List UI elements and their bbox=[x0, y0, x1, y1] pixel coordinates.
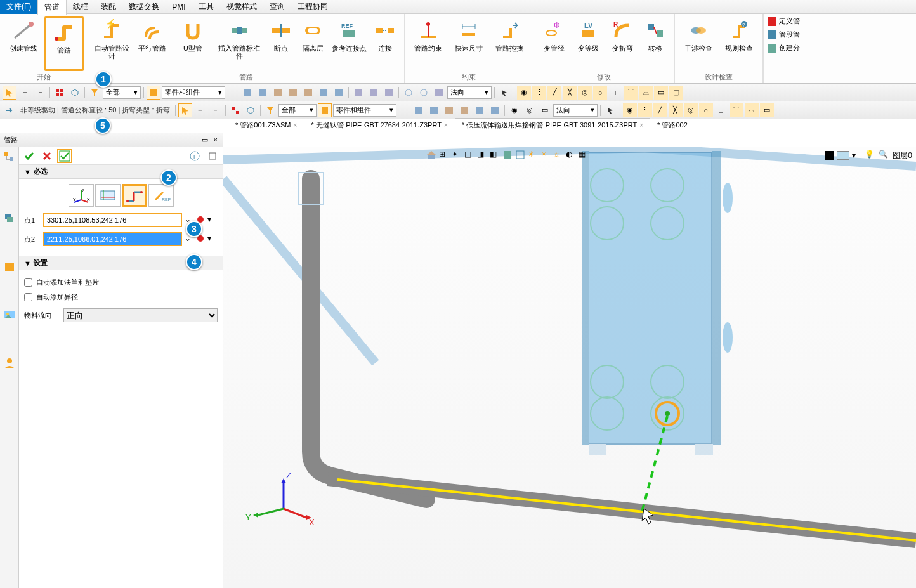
side-create-branch[interactable]: 创建分 bbox=[766, 42, 801, 54]
fb-combo-normal[interactable]: 法向▾ bbox=[447, 86, 492, 99]
snap2-10[interactable]: ▭ bbox=[760, 103, 774, 117]
change-dia-button[interactable]: Φ变管径 bbox=[537, 16, 570, 71]
vp-home-icon[interactable] bbox=[426, 150, 438, 161]
snap-5[interactable]: ◎ bbox=[578, 86, 592, 100]
snap-10[interactable]: ▭ bbox=[654, 86, 668, 100]
menu-tab-visual[interactable]: 视觉样式 bbox=[220, 0, 263, 14]
check-reducer-row[interactable]: 自动添加异径 bbox=[24, 290, 218, 304]
fb-grid-icon[interactable] bbox=[53, 86, 67, 100]
check-reducer[interactable] bbox=[24, 293, 32, 301]
fb-cube-icon[interactable] bbox=[147, 86, 160, 100]
fb2-i2[interactable] bbox=[427, 103, 441, 117]
fb2-filter[interactable] bbox=[263, 103, 277, 117]
fb2-i3[interactable] bbox=[442, 103, 456, 117]
menu-file[interactable]: 文件(F) bbox=[0, 0, 37, 14]
side-layers-icon[interactable] bbox=[3, 212, 16, 225]
insert-std-button[interactable]: 插入管路标准件 bbox=[214, 16, 265, 71]
route-constraint-button[interactable]: 管路约束 bbox=[409, 16, 448, 71]
menu-tab-wireframe[interactable]: 线框 bbox=[67, 0, 95, 14]
fb-i6[interactable] bbox=[317, 86, 330, 100]
vp-view3[interactable]: ◧ bbox=[490, 150, 501, 161]
snap-1[interactable]: ◉ bbox=[517, 86, 531, 100]
snap-6[interactable]: ○ bbox=[593, 86, 607, 100]
fb2-grid[interactable] bbox=[228, 103, 242, 117]
fb-i3[interactable] bbox=[271, 86, 285, 100]
vp-sun2[interactable]: ☀ bbox=[540, 150, 552, 161]
panel-minimize-icon[interactable]: ▭ bbox=[200, 136, 210, 143]
close-icon[interactable]: × bbox=[444, 122, 448, 129]
snap2-9[interactable]: ⌓ bbox=[745, 103, 759, 117]
snap-7[interactable]: ⟂ bbox=[608, 86, 622, 100]
fb2-minus[interactable]: － bbox=[209, 103, 223, 117]
fb2-cursor[interactable] bbox=[603, 103, 617, 117]
snap2-5[interactable]: ◎ bbox=[684, 103, 698, 117]
change-bend-button[interactable]: R变折弯 bbox=[606, 16, 639, 71]
tab-1[interactable]: * 管路001.Z3ASM× bbox=[228, 118, 304, 133]
vp-sun3[interactable]: ☼ bbox=[553, 150, 565, 161]
menu-tab-exchange[interactable]: 数据交换 bbox=[122, 0, 166, 14]
menu-tab-tools[interactable]: 工具 bbox=[192, 0, 220, 14]
rule-check-button[interactable]: ?规则检查 bbox=[719, 16, 759, 71]
check-flange[interactable] bbox=[24, 278, 32, 287]
fb-cursor-icon[interactable] bbox=[497, 86, 511, 100]
mode-xyz-button[interactable]: ZXY bbox=[69, 184, 94, 207]
ref-connect-button[interactable]: REF参考连接点 bbox=[329, 16, 369, 71]
fb-combo-parts[interactable]: 零件和组件▾ bbox=[162, 86, 225, 99]
close-icon[interactable]: × bbox=[639, 122, 643, 129]
fb2-i6[interactable] bbox=[488, 103, 502, 117]
menu-tab-pmi[interactable]: PMI bbox=[166, 1, 192, 13]
fb-i13[interactable] bbox=[432, 86, 446, 100]
fb2-combo-normal[interactable]: 法向▾ bbox=[553, 104, 598, 117]
expand-button[interactable] bbox=[205, 149, 220, 163]
point2-input[interactable] bbox=[43, 232, 182, 246]
fb-i7[interactable] bbox=[332, 86, 346, 100]
info-button[interactable]: i bbox=[187, 149, 202, 163]
snap-3[interactable]: ╱ bbox=[547, 86, 561, 100]
fb2-i7[interactable]: ◉ bbox=[507, 103, 521, 117]
snap-11[interactable]: ▢ bbox=[669, 86, 683, 100]
fb-combo-all[interactable]: 全部▾ bbox=[103, 86, 141, 99]
fb-plus-icon[interactable]: ＋ bbox=[18, 86, 32, 100]
menu-tab-pipe[interactable]: 管道 bbox=[37, 0, 67, 15]
fb-i12[interactable] bbox=[417, 86, 431, 100]
tab-2[interactable]: * 无缝钛管-PIPE-GBT 27684-2011.Z3PRT× bbox=[304, 118, 454, 133]
fb2-arrow-icon[interactable] bbox=[3, 103, 16, 117]
fb-i1[interactable] bbox=[240, 86, 254, 100]
flow-dir-select[interactable]: 正向 bbox=[63, 308, 218, 322]
side-segment-pipe[interactable]: 管段管 bbox=[766, 29, 801, 41]
snap2-1[interactable]: ◉ bbox=[623, 103, 637, 117]
side-tree-icon[interactable] bbox=[3, 151, 16, 164]
menu-tab-query[interactable]: 查询 bbox=[263, 0, 291, 14]
mode-plane-button[interactable] bbox=[95, 184, 121, 207]
route-drag-button[interactable]: 管路拖拽 bbox=[490, 16, 529, 71]
check-flange-row[interactable]: 自动添加法兰和垫片 bbox=[24, 275, 218, 290]
vp-wire-icon[interactable] bbox=[515, 150, 527, 161]
auto-route-button[interactable]: ⚡自动管路设计 bbox=[92, 16, 131, 71]
snap-4[interactable]: ╳ bbox=[563, 86, 577, 100]
fb2-hex[interactable] bbox=[244, 103, 258, 117]
fb2-i4[interactable] bbox=[457, 103, 471, 117]
vp-shade-icon[interactable] bbox=[502, 150, 514, 161]
route-button[interactable]: 管路 bbox=[44, 16, 84, 71]
dropdown-icon[interactable]: ▾ bbox=[207, 234, 218, 244]
fb-hex-icon[interactable] bbox=[68, 86, 82, 100]
tab-3[interactable]: * 低压流体输送用焊接钢管-PIPE-GBT 3091-2015.Z3PRT× bbox=[455, 118, 650, 133]
viewport-3d[interactable]: ⊞ ✦ ◫ ◨ ◧ ☀ ☀ ☼ ◐ ▦ ▾ 💡 🔍 图层0 bbox=[223, 147, 916, 588]
interference-button[interactable]: 干涉检查 bbox=[679, 16, 718, 71]
fb-minus-icon[interactable]: － bbox=[33, 86, 47, 100]
ok-button[interactable] bbox=[22, 149, 37, 163]
fb-i8[interactable] bbox=[351, 86, 365, 100]
mode-two-point-button[interactable] bbox=[122, 184, 147, 207]
snap2-6[interactable]: ○ bbox=[699, 103, 713, 117]
fb-i9[interactable] bbox=[367, 86, 381, 100]
change-grade-button[interactable]: LV变等级 bbox=[572, 16, 605, 71]
cancel-button[interactable] bbox=[39, 149, 55, 163]
parallel-route-button[interactable]: 平行管路 bbox=[133, 16, 172, 71]
point1-input[interactable] bbox=[43, 213, 182, 227]
fb-i10[interactable] bbox=[382, 86, 396, 100]
snap2-7[interactable]: ⟂ bbox=[714, 103, 728, 117]
fb-filter-icon[interactable] bbox=[88, 86, 101, 100]
connect-button[interactable]: 连接 bbox=[370, 16, 400, 71]
u-pipe-button[interactable]: U型管 bbox=[173, 16, 213, 71]
create-line-button[interactable]: 创建管线 bbox=[4, 16, 43, 71]
